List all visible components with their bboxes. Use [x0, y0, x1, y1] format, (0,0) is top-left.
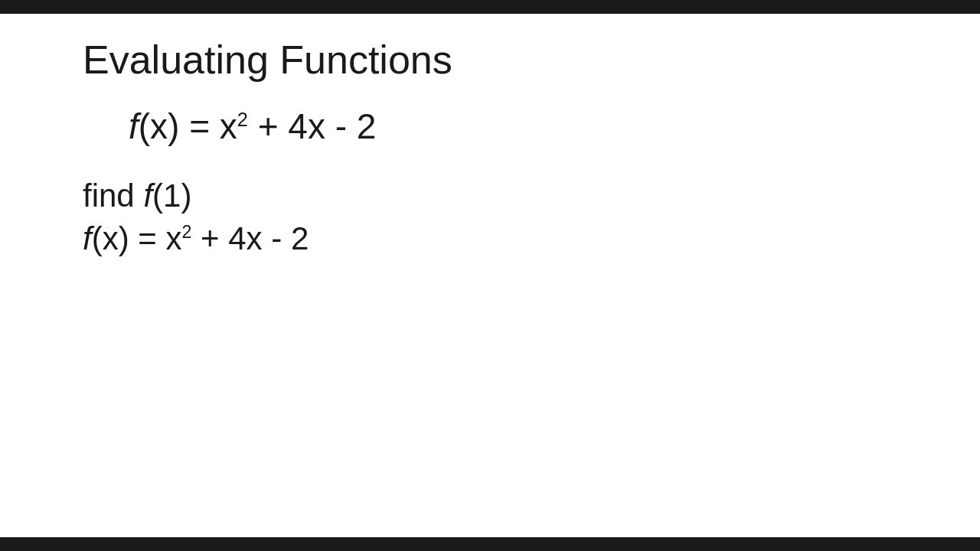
main-content: Evaluating Functions f(x) = x2 + 4x - 2 …	[0, 14, 980, 257]
second-equation-body: (x) = x2 + 4x - 2	[92, 220, 309, 256]
find-label: find	[83, 178, 143, 214]
find-line: find f(1)	[83, 178, 897, 214]
second-equation: f(x) = x2 + 4x - 2	[83, 220, 897, 257]
find-function-f: f	[143, 178, 152, 214]
top-bar	[0, 0, 980, 14]
main-equation-f: f	[129, 106, 139, 146]
page-title: Evaluating Functions	[83, 37, 897, 83]
main-equation: f(x) = x2 + 4x - 2	[129, 106, 897, 147]
bottom-bar	[0, 537, 980, 551]
find-function-arg: (1)	[152, 178, 191, 214]
main-equation-parens-x: (x) = x2 + 4x - 2	[139, 106, 377, 146]
find-section: find f(1) f(x) = x2 + 4x - 2	[83, 178, 897, 257]
second-equation-f: f	[83, 220, 92, 256]
